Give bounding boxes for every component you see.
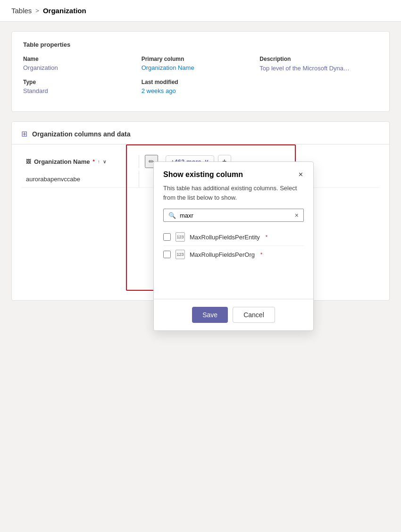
column-header: 🖼 Organization Name * ↑ ∨ [21, 155, 139, 168]
last-modified-value: 2 weeks ago [142, 87, 251, 94]
name-label: Name [23, 56, 132, 62]
chevron-down-icon[interactable]: ∨ [103, 159, 106, 164]
search-box: 🔍 × [163, 209, 304, 222]
breadcrumb: Tables > Organization [0, 0, 401, 22]
clear-search-icon[interactable]: × [295, 211, 299, 219]
last-modified-label: Last modified [142, 79, 251, 85]
name-value: Organization [23, 64, 132, 71]
col-name-1: MaxRollupFieldsPerEntity [190, 234, 260, 241]
table-properties-title: Table properties [23, 41, 378, 48]
table-properties-card: Table properties Name Organization Type … [11, 31, 390, 112]
breadcrumb-parent-link[interactable]: Tables [11, 7, 32, 15]
sort-up-icon: ↑ [98, 159, 100, 164]
search-input[interactable] [180, 212, 291, 219]
name-col: Name Organization Type Standard [23, 56, 142, 102]
list-item: 123 MaxRollupFieldsPerEntity * [163, 228, 304, 245]
primary-column-value: Organization Name [142, 64, 251, 71]
popup-footer: Save Cancel [154, 299, 313, 330]
col-required-star-2: * [260, 252, 262, 257]
description-col: Description Top level of the Microsoft D… [259, 56, 378, 102]
popup-description: This table has additional existing colum… [163, 184, 304, 202]
primary-col: Primary column Organization Name Last mo… [142, 56, 260, 102]
primary-column-label: Primary column [142, 56, 251, 62]
section-header: ⊞ Organization columns and data [12, 129, 389, 144]
column-type-icon: 🖼 [26, 159, 31, 164]
cancel-button[interactable]: Cancel [233, 307, 275, 323]
column-header-name: Organization Name [34, 158, 90, 165]
show-existing-column-popup: Show existing column × This table has ad… [153, 161, 314, 331]
search-icon: 🔍 [168, 212, 176, 219]
col-checkbox-1[interactable] [163, 233, 171, 241]
col-name-2: MaxRollupFieldsPerOrg [190, 251, 255, 258]
list-item: 123 MaxRollupFieldsPerOrg * [163, 245, 304, 263]
col-required-star-1: * [266, 234, 267, 240]
column-required-star: * [92, 159, 94, 164]
col-checkbox-2[interactable] [163, 251, 171, 258]
type-value: Standard [23, 87, 132, 94]
popup-header: Show existing column × [163, 169, 304, 180]
col-type-icon-2: 123 [175, 250, 185, 259]
popup-inner: Show existing column × This table has ad… [154, 162, 313, 270]
column-list: 123 MaxRollupFieldsPerEntity * 123 MaxRo… [163, 228, 304, 263]
section-title: Organization columns and data [32, 130, 130, 138]
breadcrumb-current: Organization [43, 7, 86, 15]
popup-close-button[interactable]: × [298, 169, 304, 180]
columns-section-card: ⊞ Organization columns and data 🖼 Organi… [11, 121, 390, 301]
data-cell-org-name: aurorabapenvccabe [21, 171, 139, 187]
col-type-icon-1: 123 [175, 232, 185, 242]
description-value: Top level of the Microsoft Dynamics 365 … [259, 64, 354, 73]
popup-title: Show existing column [163, 170, 243, 179]
type-label: Type [23, 79, 132, 85]
table-grid-icon: ⊞ [21, 129, 27, 138]
breadcrumb-separator: > [35, 7, 39, 14]
save-button[interactable]: Save [192, 307, 228, 323]
description-label: Description [259, 56, 368, 62]
